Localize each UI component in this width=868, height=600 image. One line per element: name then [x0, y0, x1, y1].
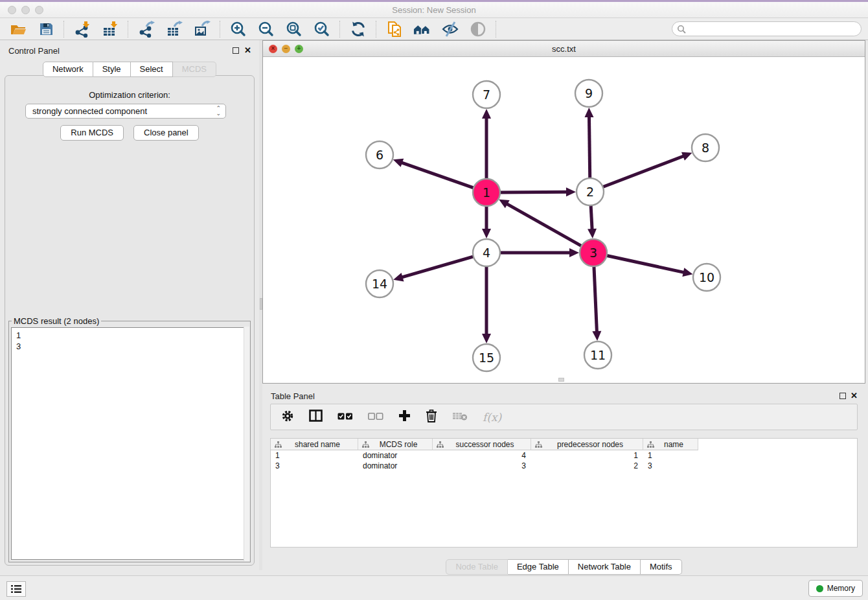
float-panel-icon[interactable]	[233, 47, 239, 54]
node-label-4: 4	[483, 246, 490, 260]
tab-style[interactable]: Style	[93, 62, 131, 77]
close-table-panel-icon[interactable]: ✕	[851, 391, 858, 400]
search-input[interactable]	[686, 25, 861, 34]
search-icon	[677, 25, 686, 34]
tab-network[interactable]: Network	[43, 62, 93, 77]
network-canvas[interactable]: 7968124314101511	[263, 57, 865, 383]
node-label-8: 8	[702, 141, 709, 155]
table-cell[interactable]: dominator	[358, 450, 433, 461]
export-image-icon[interactable]	[193, 20, 211, 38]
table-cell[interactable]: 4	[433, 450, 531, 461]
table-cell[interactable]: 3	[643, 461, 698, 471]
canvas-grip[interactable]	[558, 378, 564, 382]
column-header-MCDS-role[interactable]: MCDS role	[358, 439, 433, 450]
memory-button[interactable]: Memory	[808, 580, 863, 597]
float-table-panel-icon[interactable]	[839, 393, 846, 399]
network-graph[interactable]: 7968124314101511	[263, 57, 865, 383]
optimization-label: Optimization criterion:	[5, 90, 254, 100]
graph-edge-4-14[interactable]	[402, 256, 475, 277]
table-toolbar: f(x)	[270, 404, 858, 430]
table-cell[interactable]: 1	[643, 450, 698, 461]
control-panel-tabs: NetworkStyleSelectMCDS	[0, 62, 259, 77]
column-header-successor-nodes[interactable]: successor nodes	[433, 439, 531, 450]
node-label-3: 3	[589, 246, 597, 260]
edge-arrow-icon	[592, 331, 601, 341]
table-cell[interactable]: dominator	[358, 461, 433, 471]
import-network-icon[interactable]	[73, 20, 91, 38]
table-settings-icon[interactable]	[281, 410, 294, 425]
column-header-name[interactable]: name	[643, 439, 698, 450]
network-window-titlebar[interactable]: × − + scc.txt	[263, 41, 865, 57]
tab-edge-table[interactable]: Edge Table	[508, 559, 569, 575]
graph-edge-2-3[interactable]	[591, 204, 592, 230]
edge-arrow-icon	[584, 108, 593, 117]
show-all-icon[interactable]	[469, 20, 486, 38]
memory-status-icon	[816, 585, 823, 592]
search-field[interactable]	[672, 21, 862, 36]
graph-edge-1-2[interactable]	[499, 192, 567, 192]
edge-arrow-icon	[393, 273, 404, 281]
tab-select[interactable]: Select	[131, 62, 173, 77]
tab-node-table[interactable]: Node Table	[446, 559, 508, 575]
table-cell[interactable]: 2	[531, 461, 643, 471]
edge-arrow-icon	[482, 229, 491, 238]
refresh-icon[interactable]	[349, 20, 367, 38]
zoom-fit-icon[interactable]	[285, 20, 303, 38]
add-row-icon[interactable]	[398, 410, 411, 424]
column-header-shared-name[interactable]: shared name	[271, 439, 358, 450]
close-panel-button[interactable]: Close panel	[133, 125, 199, 141]
status-bar: Memory	[0, 575, 868, 600]
mcds-result-text[interactable]: 1 3	[11, 327, 248, 560]
table-row[interactable]: 3dominator323	[271, 461, 857, 471]
first-neighbors-icon[interactable]	[413, 20, 431, 38]
graph-edge-3-10[interactable]	[606, 255, 685, 273]
node-label-14: 14	[372, 277, 387, 291]
table-row[interactable]: 1dominator411	[271, 450, 857, 461]
node-label-6: 6	[376, 148, 383, 162]
graph-edge-2-8[interactable]	[602, 156, 685, 187]
graph-edge-3-1[interactable]	[506, 203, 582, 246]
result-scrollbar[interactable]	[244, 327, 249, 561]
clone-network-icon[interactable]	[385, 20, 403, 38]
save-session-icon[interactable]	[37, 20, 54, 38]
export-table-icon[interactable]	[165, 20, 183, 38]
optimization-dropdown[interactable]: strongly connected component ⌃⌄	[25, 104, 226, 119]
select-all-icon[interactable]	[337, 411, 353, 423]
graph-edge-2-9[interactable]	[589, 116, 589, 179]
task-history-button[interactable]	[6, 581, 26, 597]
export-network-icon[interactable]	[137, 20, 155, 38]
show-columns-icon[interactable]	[309, 410, 323, 424]
table-header-row: shared nameMCDS rolesuccessor nodesprede…	[271, 438, 857, 450]
table-cell[interactable]: 1	[531, 450, 643, 461]
run-mcds-button[interactable]: Run MCDS	[60, 125, 124, 141]
memory-label: Memory	[827, 584, 855, 593]
node-label-11: 11	[590, 348, 606, 362]
tab-mcds[interactable]: MCDS	[173, 62, 216, 77]
mcds-result-title: MCDS result (2 nodes)	[12, 316, 101, 326]
tab-network-table[interactable]: Network Table	[569, 559, 641, 575]
network-title: scc.txt	[263, 44, 865, 54]
node-label-1: 1	[483, 185, 490, 200]
zoom-out-icon[interactable]	[257, 20, 275, 38]
graph-edge-1-6[interactable]	[401, 163, 475, 189]
deselect-all-icon[interactable]	[368, 411, 383, 423]
control-panel-title: Control Panel	[8, 46, 60, 56]
table-cell[interactable]: 3	[271, 461, 358, 471]
open-file-icon[interactable]	[9, 20, 27, 38]
table-cell[interactable]: 3	[433, 461, 531, 471]
node-label-7: 7	[483, 87, 490, 102]
column-header-predecessor-nodes[interactable]: predecessor nodes	[531, 439, 643, 450]
close-panel-icon[interactable]: ✕	[244, 45, 251, 55]
zoom-in-icon[interactable]	[229, 20, 247, 38]
tab-motifs[interactable]: Motifs	[641, 559, 682, 575]
node-label-9: 9	[585, 86, 593, 100]
table-cell[interactable]: 1	[271, 450, 358, 461]
node-label-15: 15	[479, 351, 494, 365]
hide-selected-icon[interactable]	[441, 20, 459, 38]
delete-row-icon[interactable]	[426, 410, 437, 425]
edge-arrow-icon	[566, 187, 576, 196]
graph-edge-3-11[interactable]	[594, 265, 597, 332]
zoom-selected-icon[interactable]	[313, 20, 330, 38]
import-table-icon[interactable]	[101, 20, 119, 38]
node-table[interactable]: shared nameMCDS rolesuccessor nodesprede…	[270, 438, 858, 548]
